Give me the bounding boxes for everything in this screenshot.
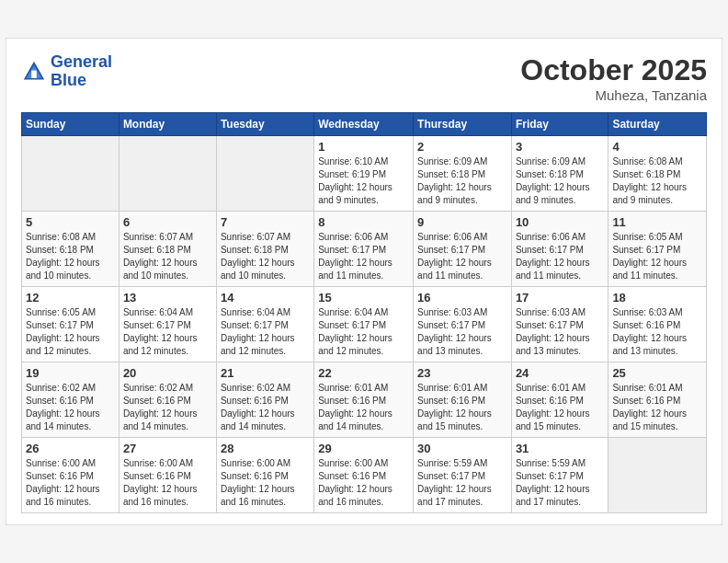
calendar-cell: 9Sunrise: 6:06 AM Sunset: 6:17 PM Daylig… xyxy=(414,212,512,287)
day-info: Sunrise: 6:00 AM Sunset: 6:16 PM Dayligh… xyxy=(26,457,115,509)
day-info: Sunrise: 6:08 AM Sunset: 6:18 PM Dayligh… xyxy=(26,231,115,282)
day-number: 3 xyxy=(516,140,604,154)
calendar-cell xyxy=(609,438,707,513)
calendar-cell: 19Sunrise: 6:02 AM Sunset: 6:16 PM Dayli… xyxy=(22,362,119,438)
calendar-cell: 13Sunrise: 6:04 AM Sunset: 6:17 PM Dayli… xyxy=(119,287,216,362)
calendar-cell: 14Sunrise: 6:04 AM Sunset: 6:17 PM Dayli… xyxy=(216,287,313,362)
day-info: Sunrise: 6:04 AM Sunset: 6:17 PM Dayligh… xyxy=(123,306,212,358)
calendar-cell: 1Sunrise: 6:10 AM Sunset: 6:19 PM Daylig… xyxy=(314,136,414,212)
calendar-cell: 31Sunrise: 5:59 AM Sunset: 6:17 PM Dayli… xyxy=(511,438,608,513)
location: Muheza, Tanzania xyxy=(520,87,707,103)
day-number: 12 xyxy=(26,291,115,304)
calendar-cell xyxy=(119,136,216,212)
day-of-week-header: Tuesday xyxy=(216,113,313,136)
calendar-cell: 10Sunrise: 6:06 AM Sunset: 6:17 PM Dayli… xyxy=(511,212,608,287)
calendar-cell: 15Sunrise: 6:04 AM Sunset: 6:17 PM Dayli… xyxy=(314,287,414,362)
calendar-cell: 11Sunrise: 6:05 AM Sunset: 6:17 PM Dayli… xyxy=(609,212,707,287)
calendar-cell: 16Sunrise: 6:03 AM Sunset: 6:17 PM Dayli… xyxy=(414,287,512,362)
calendar-cell: 4Sunrise: 6:08 AM Sunset: 6:18 PM Daylig… xyxy=(609,136,707,212)
header: General Blue October 2025 Muheza, Tanzan… xyxy=(21,53,707,103)
calendar-cell: 20Sunrise: 6:02 AM Sunset: 6:16 PM Dayli… xyxy=(119,362,216,438)
day-info: Sunrise: 6:06 AM Sunset: 6:17 PM Dayligh… xyxy=(516,231,604,282)
day-number: 5 xyxy=(26,215,115,229)
day-number: 2 xyxy=(417,140,507,154)
calendar-cell: 6Sunrise: 6:07 AM Sunset: 6:18 PM Daylig… xyxy=(119,212,216,287)
day-info: Sunrise: 6:03 AM Sunset: 6:16 PM Dayligh… xyxy=(612,306,702,358)
day-info: Sunrise: 6:07 AM Sunset: 6:18 PM Dayligh… xyxy=(221,231,310,282)
calendar-cell: 30Sunrise: 5:59 AM Sunset: 6:17 PM Dayli… xyxy=(414,438,512,513)
calendar-cell: 22Sunrise: 6:01 AM Sunset: 6:16 PM Dayli… xyxy=(314,362,414,438)
day-number: 8 xyxy=(318,215,409,229)
day-number: 18 xyxy=(612,291,702,304)
day-number: 28 xyxy=(221,442,310,455)
day-info: Sunrise: 6:00 AM Sunset: 6:16 PM Dayligh… xyxy=(123,457,212,509)
day-of-week-header: Thursday xyxy=(414,113,512,136)
day-number: 6 xyxy=(123,215,212,229)
day-info: Sunrise: 5:59 AM Sunset: 6:17 PM Dayligh… xyxy=(516,457,604,509)
logo-text: General Blue xyxy=(51,53,112,90)
day-info: Sunrise: 6:01 AM Sunset: 6:16 PM Dayligh… xyxy=(318,382,409,433)
day-info: Sunrise: 6:05 AM Sunset: 6:17 PM Dayligh… xyxy=(26,306,115,358)
day-info: Sunrise: 6:03 AM Sunset: 6:17 PM Dayligh… xyxy=(516,306,604,358)
day-info: Sunrise: 6:04 AM Sunset: 6:17 PM Dayligh… xyxy=(318,306,409,358)
day-number: 16 xyxy=(417,291,507,304)
day-info: Sunrise: 6:01 AM Sunset: 6:16 PM Dayligh… xyxy=(417,382,507,433)
calendar-cell: 18Sunrise: 6:03 AM Sunset: 6:16 PM Dayli… xyxy=(609,287,707,362)
calendar-grid: SundayMondayTuesdayWednesdayThursdayFrid… xyxy=(21,112,707,513)
calendar-week-row: 5Sunrise: 6:08 AM Sunset: 6:18 PM Daylig… xyxy=(22,212,707,287)
calendar-cell: 17Sunrise: 6:03 AM Sunset: 6:17 PM Dayli… xyxy=(511,287,608,362)
day-info: Sunrise: 6:02 AM Sunset: 6:16 PM Dayligh… xyxy=(26,382,115,433)
calendar-cell: 25Sunrise: 6:01 AM Sunset: 6:16 PM Dayli… xyxy=(609,362,707,438)
calendar-header-row: SundayMondayTuesdayWednesdayThursdayFrid… xyxy=(22,113,707,136)
day-info: Sunrise: 6:06 AM Sunset: 6:17 PM Dayligh… xyxy=(417,231,507,282)
logo-line1: General xyxy=(51,53,112,72)
day-info: Sunrise: 6:01 AM Sunset: 6:16 PM Dayligh… xyxy=(612,382,702,433)
day-of-week-header: Monday xyxy=(119,113,216,136)
day-number: 19 xyxy=(26,366,115,380)
day-info: Sunrise: 6:07 AM Sunset: 6:18 PM Dayligh… xyxy=(123,231,212,282)
day-number: 14 xyxy=(221,291,310,304)
day-number: 27 xyxy=(123,442,212,455)
svg-rect-2 xyxy=(31,70,37,77)
day-number: 20 xyxy=(123,366,212,380)
calendar-week-row: 19Sunrise: 6:02 AM Sunset: 6:16 PM Dayli… xyxy=(22,362,707,438)
day-number: 31 xyxy=(516,442,604,455)
day-info: Sunrise: 6:00 AM Sunset: 6:16 PM Dayligh… xyxy=(221,457,310,509)
day-number: 1 xyxy=(318,140,409,154)
calendar-cell: 5Sunrise: 6:08 AM Sunset: 6:18 PM Daylig… xyxy=(22,212,119,287)
day-info: Sunrise: 6:02 AM Sunset: 6:16 PM Dayligh… xyxy=(221,382,310,433)
day-number: 23 xyxy=(417,366,507,380)
day-of-week-header: Wednesday xyxy=(314,113,414,136)
calendar-cell: 24Sunrise: 6:01 AM Sunset: 6:16 PM Dayli… xyxy=(511,362,608,438)
day-info: Sunrise: 6:01 AM Sunset: 6:16 PM Dayligh… xyxy=(516,382,604,433)
day-number: 13 xyxy=(123,291,212,304)
calendar-cell: 29Sunrise: 6:00 AM Sunset: 6:16 PM Dayli… xyxy=(314,438,414,513)
day-number: 11 xyxy=(612,215,702,229)
day-info: Sunrise: 6:02 AM Sunset: 6:16 PM Dayligh… xyxy=(123,382,212,433)
day-number: 9 xyxy=(417,215,507,229)
day-info: Sunrise: 6:04 AM Sunset: 6:17 PM Dayligh… xyxy=(221,306,310,358)
calendar-container: General Blue October 2025 Muheza, Tanzan… xyxy=(6,38,722,525)
day-number: 24 xyxy=(516,366,604,380)
day-info: Sunrise: 5:59 AM Sunset: 6:17 PM Dayligh… xyxy=(417,457,507,509)
calendar-cell: 3Sunrise: 6:09 AM Sunset: 6:18 PM Daylig… xyxy=(511,136,608,212)
logo-icon xyxy=(21,59,47,85)
day-info: Sunrise: 6:08 AM Sunset: 6:18 PM Dayligh… xyxy=(612,155,702,207)
day-info: Sunrise: 6:09 AM Sunset: 6:18 PM Dayligh… xyxy=(417,155,507,207)
title-block: October 2025 Muheza, Tanzania xyxy=(520,53,707,103)
calendar-cell: 21Sunrise: 6:02 AM Sunset: 6:16 PM Dayli… xyxy=(216,362,313,438)
calendar-cell: 28Sunrise: 6:00 AM Sunset: 6:16 PM Dayli… xyxy=(216,438,313,513)
calendar-week-row: 1Sunrise: 6:10 AM Sunset: 6:19 PM Daylig… xyxy=(22,136,707,212)
calendar-cell xyxy=(216,136,313,212)
day-number: 26 xyxy=(26,442,115,455)
calendar-cell: 7Sunrise: 6:07 AM Sunset: 6:18 PM Daylig… xyxy=(216,212,313,287)
day-info: Sunrise: 6:09 AM Sunset: 6:18 PM Dayligh… xyxy=(516,155,604,207)
day-number: 7 xyxy=(221,215,310,229)
day-number: 25 xyxy=(612,366,702,380)
day-info: Sunrise: 6:06 AM Sunset: 6:17 PM Dayligh… xyxy=(318,231,409,282)
calendar-week-row: 12Sunrise: 6:05 AM Sunset: 6:17 PM Dayli… xyxy=(22,287,707,362)
logo-line2: Blue xyxy=(51,72,112,90)
day-info: Sunrise: 6:03 AM Sunset: 6:17 PM Dayligh… xyxy=(417,306,507,358)
day-of-week-header: Saturday xyxy=(609,113,707,136)
calendar-cell: 26Sunrise: 6:00 AM Sunset: 6:16 PM Dayli… xyxy=(22,438,119,513)
